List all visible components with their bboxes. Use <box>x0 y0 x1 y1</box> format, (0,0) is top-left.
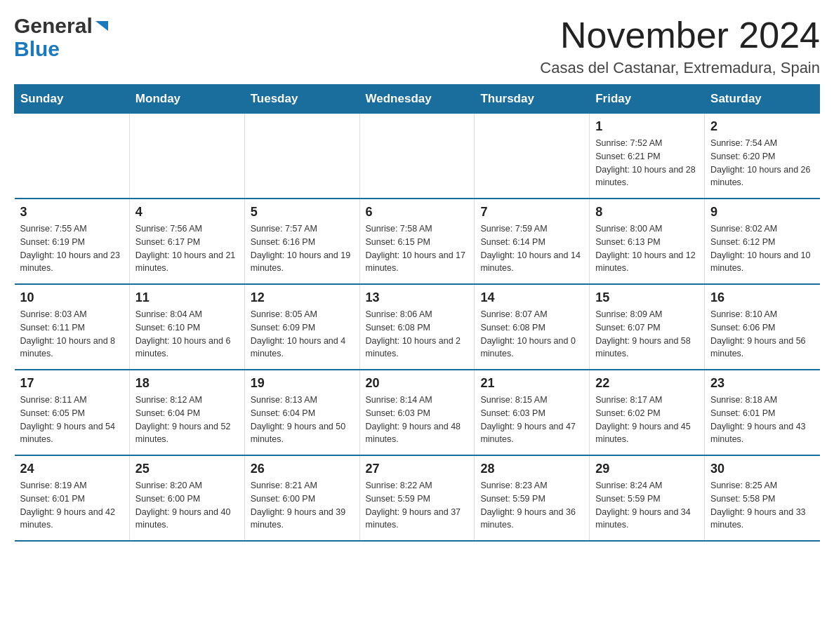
calendar-cell: 27Sunrise: 8:22 AMSunset: 5:59 PMDayligh… <box>359 455 475 541</box>
calendar-cell: 19Sunrise: 8:13 AMSunset: 6:04 PMDayligh… <box>244 370 359 455</box>
cell-info: Sunrise: 7:56 AMSunset: 6:17 PMDaylight:… <box>135 222 239 275</box>
day-number: 1 <box>595 119 699 134</box>
calendar-cell: 1Sunrise: 7:52 AMSunset: 6:21 PMDaylight… <box>590 114 705 199</box>
day-number: 5 <box>251 205 354 220</box>
calendar-cell <box>475 114 590 199</box>
calendar-cell: 8Sunrise: 8:00 AMSunset: 6:13 PMDaylight… <box>590 199 705 284</box>
calendar-cell: 10Sunrise: 8:03 AMSunset: 6:11 PMDayligh… <box>15 284 130 370</box>
calendar-cell: 9Sunrise: 8:02 AMSunset: 6:12 PMDaylight… <box>705 199 820 284</box>
day-number: 10 <box>20 290 124 305</box>
cell-info: Sunrise: 8:24 AMSunset: 5:59 PMDaylight:… <box>595 479 699 532</box>
calendar-cell: 28Sunrise: 8:23 AMSunset: 5:59 PMDayligh… <box>475 455 590 541</box>
page-title: November 2024 <box>540 14 820 56</box>
day-number: 12 <box>251 290 354 305</box>
calendar-cell: 7Sunrise: 7:59 AMSunset: 6:14 PMDaylight… <box>475 199 590 284</box>
day-number: 20 <box>366 376 469 391</box>
cell-info: Sunrise: 8:00 AMSunset: 6:13 PMDaylight:… <box>595 222 699 275</box>
calendar-row: 1Sunrise: 7:52 AMSunset: 6:21 PMDaylight… <box>15 114 820 199</box>
day-number: 6 <box>366 205 469 220</box>
cell-info: Sunrise: 8:05 AMSunset: 6:09 PMDaylight:… <box>251 308 354 361</box>
cell-info: Sunrise: 7:59 AMSunset: 6:14 PMDaylight:… <box>480 222 583 275</box>
calendar-cell: 6Sunrise: 7:58 AMSunset: 6:15 PMDaylight… <box>359 199 475 284</box>
cell-info: Sunrise: 8:04 AMSunset: 6:10 PMDaylight:… <box>135 308 239 361</box>
calendar-cell: 23Sunrise: 8:18 AMSunset: 6:01 PMDayligh… <box>705 370 820 455</box>
calendar-cell: 26Sunrise: 8:21 AMSunset: 6:00 PMDayligh… <box>244 455 359 541</box>
calendar-cell: 20Sunrise: 8:14 AMSunset: 6:03 PMDayligh… <box>359 370 475 455</box>
day-number: 29 <box>595 462 699 476</box>
calendar-cell <box>15 114 130 199</box>
calendar-cell: 22Sunrise: 8:17 AMSunset: 6:02 PMDayligh… <box>590 370 705 455</box>
cell-info: Sunrise: 8:12 AMSunset: 6:04 PMDaylight:… <box>135 394 239 446</box>
cell-info: Sunrise: 8:22 AMSunset: 5:59 PMDaylight:… <box>366 479 469 532</box>
calendar-cell: 5Sunrise: 7:57 AMSunset: 6:16 PMDaylight… <box>244 199 359 284</box>
cell-info: Sunrise: 8:07 AMSunset: 6:08 PMDaylight:… <box>480 308 583 361</box>
day-number: 7 <box>480 205 583 220</box>
weekday-header: Sunday <box>15 85 130 114</box>
calendar-cell: 25Sunrise: 8:20 AMSunset: 6:00 PMDayligh… <box>129 455 244 541</box>
logo: General Blue <box>14 14 110 60</box>
page-header: General Blue November 2024 Casas del Cas… <box>14 14 820 77</box>
cell-info: Sunrise: 7:55 AMSunset: 6:19 PMDaylight:… <box>20 222 124 275</box>
cell-info: Sunrise: 7:58 AMSunset: 6:15 PMDaylight:… <box>366 222 469 275</box>
calendar-cell: 11Sunrise: 8:04 AMSunset: 6:10 PMDayligh… <box>129 284 244 370</box>
calendar-row: 10Sunrise: 8:03 AMSunset: 6:11 PMDayligh… <box>15 284 820 370</box>
day-number: 19 <box>251 376 354 391</box>
calendar-cell <box>129 114 244 199</box>
cell-info: Sunrise: 8:21 AMSunset: 6:00 PMDaylight:… <box>251 479 354 532</box>
page-subtitle: Casas del Castanar, Extremadura, Spain <box>540 59 820 77</box>
cell-info: Sunrise: 8:13 AMSunset: 6:04 PMDaylight:… <box>251 394 354 446</box>
day-number: 25 <box>135 462 239 476</box>
calendar-cell: 24Sunrise: 8:19 AMSunset: 6:01 PMDayligh… <box>15 455 130 541</box>
day-number: 24 <box>20 462 124 476</box>
day-number: 4 <box>135 205 239 220</box>
cell-info: Sunrise: 8:23 AMSunset: 5:59 PMDaylight:… <box>480 479 583 532</box>
cell-info: Sunrise: 8:03 AMSunset: 6:11 PMDaylight:… <box>20 308 124 361</box>
calendar-row: 24Sunrise: 8:19 AMSunset: 6:01 PMDayligh… <box>15 455 820 541</box>
day-number: 28 <box>480 462 583 476</box>
calendar-cell: 3Sunrise: 7:55 AMSunset: 6:19 PMDaylight… <box>15 199 130 284</box>
weekday-header: Tuesday <box>244 85 359 114</box>
day-number: 16 <box>710 290 814 305</box>
calendar-cell: 29Sunrise: 8:24 AMSunset: 5:59 PMDayligh… <box>590 455 705 541</box>
day-number: 8 <box>595 205 699 220</box>
calendar-row: 17Sunrise: 8:11 AMSunset: 6:05 PMDayligh… <box>15 370 820 455</box>
calendar-cell: 15Sunrise: 8:09 AMSunset: 6:07 PMDayligh… <box>590 284 705 370</box>
calendar-row: 3Sunrise: 7:55 AMSunset: 6:19 PMDaylight… <box>15 199 820 284</box>
cell-info: Sunrise: 8:18 AMSunset: 6:01 PMDaylight:… <box>710 394 814 446</box>
logo-general: General <box>14 14 93 37</box>
day-number: 11 <box>135 290 239 305</box>
cell-info: Sunrise: 7:57 AMSunset: 6:16 PMDaylight:… <box>251 222 354 275</box>
calendar-cell: 2Sunrise: 7:54 AMSunset: 6:20 PMDaylight… <box>705 114 820 199</box>
logo-triangle-icon <box>94 18 110 34</box>
day-number: 14 <box>480 290 583 305</box>
calendar-cell: 12Sunrise: 8:05 AMSunset: 6:09 PMDayligh… <box>244 284 359 370</box>
cell-info: Sunrise: 8:02 AMSunset: 6:12 PMDaylight:… <box>710 222 814 275</box>
calendar-header-row: SundayMondayTuesdayWednesdayThursdayFrid… <box>15 85 820 114</box>
day-number: 2 <box>710 119 814 134</box>
cell-info: Sunrise: 7:54 AMSunset: 6:20 PMDaylight:… <box>710 137 814 189</box>
day-number: 30 <box>710 462 814 476</box>
day-number: 26 <box>251 462 354 476</box>
calendar-cell: 16Sunrise: 8:10 AMSunset: 6:06 PMDayligh… <box>705 284 820 370</box>
cell-info: Sunrise: 8:20 AMSunset: 6:00 PMDaylight:… <box>135 479 239 532</box>
day-number: 22 <box>595 376 699 391</box>
day-number: 21 <box>480 376 583 391</box>
calendar-cell: 14Sunrise: 8:07 AMSunset: 6:08 PMDayligh… <box>475 284 590 370</box>
day-number: 18 <box>135 376 239 391</box>
cell-info: Sunrise: 8:11 AMSunset: 6:05 PMDaylight:… <box>20 394 124 446</box>
day-number: 17 <box>20 376 124 391</box>
day-number: 3 <box>20 205 124 220</box>
cell-info: Sunrise: 8:19 AMSunset: 6:01 PMDaylight:… <box>20 479 124 532</box>
weekday-header: Thursday <box>475 85 590 114</box>
cell-info: Sunrise: 8:09 AMSunset: 6:07 PMDaylight:… <box>595 308 699 361</box>
day-number: 15 <box>595 290 699 305</box>
calendar-cell: 30Sunrise: 8:25 AMSunset: 5:58 PMDayligh… <box>705 455 820 541</box>
cell-info: Sunrise: 8:06 AMSunset: 6:08 PMDaylight:… <box>366 308 469 361</box>
day-number: 27 <box>366 462 469 476</box>
weekday-header: Friday <box>590 85 705 114</box>
title-section: November 2024 Casas del Castanar, Extrem… <box>540 14 820 77</box>
cell-info: Sunrise: 8:17 AMSunset: 6:02 PMDaylight:… <box>595 394 699 446</box>
calendar-cell: 17Sunrise: 8:11 AMSunset: 6:05 PMDayligh… <box>15 370 130 455</box>
day-number: 9 <box>710 205 814 220</box>
svg-marker-0 <box>95 21 108 31</box>
